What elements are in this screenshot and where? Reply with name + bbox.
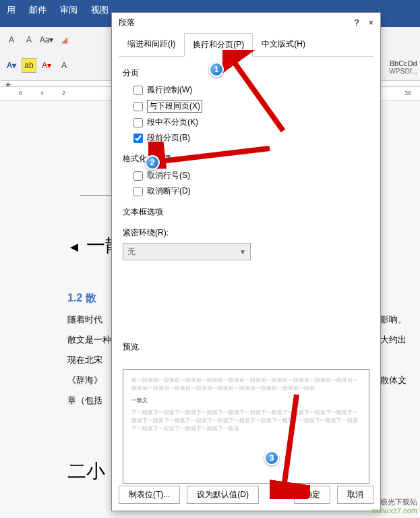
doc-text: 《辞海》 xyxy=(67,375,102,385)
ribbon-tab[interactable]: 视图 xyxy=(91,4,109,16)
tab-indent-spacing[interactable]: 缩进和间距(I) xyxy=(119,32,184,56)
ruler-mark: 2 xyxy=(62,90,65,96)
suppress-line-numbers-label: 取消行号(S) xyxy=(147,170,190,181)
ruler-mark: 6 xyxy=(19,90,22,96)
ribbon-tab[interactable]: 用 xyxy=(7,4,16,16)
text-effects-icon[interactable]: A▾ xyxy=(4,58,19,73)
tight-wrap-select[interactable]: 无 ▼ xyxy=(123,243,251,260)
annotation-arrow xyxy=(222,50,290,138)
highlight-icon[interactable]: ab xyxy=(22,58,36,73)
no-hyphenation-checkbox[interactable] xyxy=(133,187,143,196)
annotation-badge-1: 1 xyxy=(209,62,224,77)
style-gallery-item[interactable]: BbCcDd WPSOf... xyxy=(389,59,417,75)
change-case-icon[interactable]: Aa▾ xyxy=(39,32,54,47)
keep-with-next-checkbox[interactable] xyxy=(133,102,143,111)
font-color-icon[interactable]: A▾ xyxy=(39,58,54,73)
svg-line-1 xyxy=(155,148,270,162)
watermark-url: www.xz7.com xyxy=(372,507,417,515)
watermark-title: 极光下载站 xyxy=(372,498,417,507)
ribbon-tabs: 用 邮件 审阅 视图 xyxy=(0,0,115,20)
widow-control-label: 孤行控制(W) xyxy=(147,84,192,96)
annotation-badge-2: 2 xyxy=(145,155,160,170)
page-corner-indicator xyxy=(80,108,112,196)
help-button[interactable]: ? xyxy=(354,18,359,28)
annotation-arrow xyxy=(148,142,276,169)
ribbon-tab[interactable]: 审阅 xyxy=(60,4,78,16)
ruler-mark: 36 xyxy=(404,90,411,96)
preview-sample-text: 一散文 xyxy=(131,397,361,405)
close-button[interactable]: × xyxy=(368,18,373,28)
ruler-mark: 4 xyxy=(40,90,44,96)
svg-line-2 xyxy=(283,395,297,492)
chevron-down-icon: ▼ xyxy=(239,248,246,256)
tight-wrap-label: 紧密环绕(R): xyxy=(123,227,369,239)
font-size-down-icon[interactable]: A xyxy=(22,32,36,47)
tight-wrap-value: 无 xyxy=(127,246,136,258)
dialog-title: 段落 xyxy=(119,17,135,28)
watermark: 极光下载站 www.xz7.com xyxy=(372,498,417,515)
widow-control-checkbox[interactable] xyxy=(133,86,143,95)
keep-lines-together-label: 段中不分页(K) xyxy=(147,117,198,128)
preview-grey-text: 前一段落前一段落前一段落前一段落前一段落前一段落前一段落前一段落前一段落前一段落… xyxy=(131,376,361,393)
ribbon-tab[interactable]: 邮件 xyxy=(29,4,47,16)
doc-text: 散文是一种 xyxy=(67,335,111,345)
svg-line-0 xyxy=(229,55,283,131)
style-sample-name: WPSOf... xyxy=(389,67,417,75)
clear-format-icon[interactable]: ◢ xyxy=(57,32,71,47)
keep-with-next-label: 与下段同页(X) xyxy=(147,100,202,113)
doc-text: 随着时代 xyxy=(67,314,102,324)
style-sample-text: BbCcDd xyxy=(389,59,417,67)
char-shading-icon[interactable]: A xyxy=(57,58,71,73)
set-default-button[interactable]: 设为默认值(D) xyxy=(187,486,259,504)
preview-box: 前一段落前一段落前一段落前一段落前一段落前一段落前一段落前一段落前一段落前一段落… xyxy=(123,369,369,484)
textbox-options-label: 文本框选项 xyxy=(123,206,369,218)
preview-grey-text: 下一段落下一段落下一段落下一段落下一段落下一段落下一段落下一段落下一段落下一段落… xyxy=(131,409,361,433)
page-break-before-checkbox[interactable] xyxy=(133,134,143,143)
suppress-line-numbers-checkbox[interactable] xyxy=(133,171,143,181)
doc-heading-2: 2.1 小 xyxy=(67,515,407,518)
annotation-arrow xyxy=(270,391,310,499)
preview-label: 预览 xyxy=(123,341,369,353)
keep-lines-together-checkbox[interactable] xyxy=(133,118,143,127)
no-hyphenation-label: 取消断字(D) xyxy=(147,185,191,197)
annotation-badge-3: 3 xyxy=(264,451,279,465)
font-size-up-icon[interactable]: A xyxy=(4,32,19,47)
left-arrow-icon: ◄ xyxy=(67,239,81,254)
tabs-button[interactable]: 制表位(T)... xyxy=(119,486,180,504)
cancel-button[interactable]: 取消 xyxy=(337,486,373,504)
